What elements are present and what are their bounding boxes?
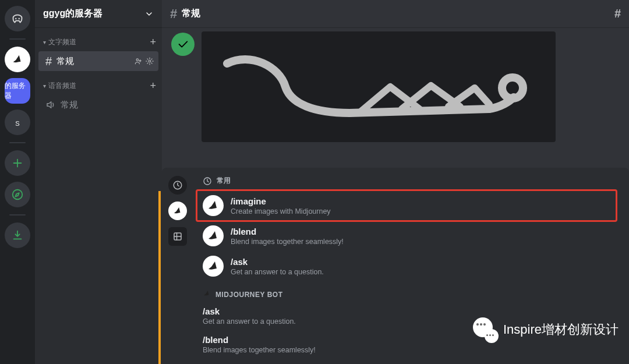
command-desc: Create images with Midjourney <box>231 207 331 215</box>
section-label-text: MIDJOURNEY BOT <box>215 291 282 299</box>
channel-title-bar: # 常规 # <box>162 0 629 28</box>
server-current[interactable]: 的服务器 <box>5 78 30 104</box>
download-button[interactable] <box>5 222 30 248</box>
add-channel-button[interactable]: + <box>150 36 156 48</box>
command-name: /blend <box>203 335 610 345</box>
command-desc: Get an answer to a question. <box>231 268 324 276</box>
command-source-rail <box>162 168 193 364</box>
server-header[interactable]: ggyg的服务器 <box>35 0 162 28</box>
reply-indicator <box>158 191 161 364</box>
section-label: 语音频道 <box>48 81 150 91</box>
section-label-text: 常用 <box>217 176 231 186</box>
clock-icon <box>172 180 183 190</box>
compass-icon <box>11 188 24 201</box>
voice-channel[interactable]: 常规 <box>38 95 158 115</box>
server-midjourney[interactable] <box>5 47 30 72</box>
svg-point-3 <box>136 59 139 61</box>
grid-icon <box>172 231 183 242</box>
add-server-button[interactable] <box>5 150 30 176</box>
main-area: # 常规 # <box>162 0 629 364</box>
generated-image <box>215 46 542 128</box>
bot-avatar-icon <box>203 289 211 299</box>
sailboat-icon <box>206 259 220 273</box>
svg-point-0 <box>15 18 16 19</box>
discord-icon <box>11 12 24 25</box>
explore-button[interactable] <box>5 182 30 207</box>
command-desc: Blend images together seamlessly! <box>231 238 344 246</box>
rail-separator <box>9 142 26 143</box>
plus-icon <box>11 157 24 169</box>
sailboat-icon <box>203 289 211 298</box>
bot-avatar-icon <box>203 256 224 277</box>
voice-channels-header[interactable]: ▾ 语音频道 + <box>35 72 162 94</box>
check-icon <box>176 38 189 51</box>
recent-section-label: 常用 <box>203 176 616 186</box>
command-desc: Get an answer to a question. <box>203 317 610 326</box>
command-popup: 常用 /imagine Create images with Midjourne… <box>162 168 629 364</box>
hash-icon: # <box>45 55 52 68</box>
bot-section-label: MIDJOURNEY BOT <box>203 289 616 299</box>
source-midjourney[interactable] <box>168 202 187 220</box>
hash-icon: # <box>170 6 177 22</box>
speaker-icon <box>45 100 56 110</box>
sailboat-icon <box>206 199 220 213</box>
thread-icon[interactable]: # <box>614 7 621 20</box>
svg-point-4 <box>149 60 151 62</box>
command-name: /ask <box>231 257 324 267</box>
invite-icon[interactable] <box>134 57 142 65</box>
download-icon <box>11 229 24 242</box>
command-name: /ask <box>203 306 610 316</box>
command-ask[interactable]: /ask Get an answer to a question. <box>197 251 616 281</box>
clock-icon <box>203 176 212 186</box>
channel-name: 常规 <box>61 100 154 111</box>
command-fast[interactable]: /fast Switch to fast mode <box>197 360 616 364</box>
rail-separator <box>9 38 26 40</box>
source-recent[interactable] <box>168 176 187 195</box>
chat-body: 常用 /imagine Create images with Midjourne… <box>162 28 629 364</box>
server-s[interactable]: s <box>5 109 30 135</box>
sailboat-icon <box>172 206 183 216</box>
app-root: 的服务器 s ggyg的服务器 ▾ 文字频道 + # 常规 <box>0 0 629 364</box>
settings-icon[interactable] <box>146 57 154 65</box>
image-attachment[interactable] <box>202 31 556 142</box>
bot-avatar-icon <box>203 225 224 246</box>
add-channel-button[interactable]: + <box>150 80 156 92</box>
channel-sidebar: ggyg的服务器 ▾ 文字频道 + # 常规 ▾ 语音频道 + 常规 <box>35 0 162 364</box>
channel-name: 常规 <box>56 56 134 67</box>
caret-icon: ▾ <box>43 83 46 89</box>
home-button[interactable] <box>5 6 30 31</box>
message-avatar[interactable] <box>171 33 195 56</box>
caret-icon: ▾ <box>43 39 46 45</box>
bot-avatar-icon <box>203 195 224 216</box>
server-rail: 的服务器 s <box>0 0 35 364</box>
svg-point-2 <box>13 190 23 200</box>
command-blend[interactable]: /blend Blend images together seamlessly! <box>197 221 616 251</box>
text-channels-header[interactable]: ▾ 文字频道 + <box>35 28 162 51</box>
svg-point-1 <box>19 18 20 19</box>
section-label: 文字频道 <box>48 37 150 47</box>
command-ask[interactable]: /ask Get an answer to a question. <box>197 303 616 331</box>
command-name: /imagine <box>231 196 331 206</box>
sailboat-icon <box>206 229 220 243</box>
command-name: /blend <box>231 227 344 236</box>
sailboat-icon <box>11 53 24 66</box>
server-name: ggyg的服务器 <box>43 8 144 20</box>
channel-title: 常规 <box>182 8 614 20</box>
source-builtin[interactable] <box>168 227 187 246</box>
command-blend[interactable]: /blend Blend images together seamlessly! <box>197 331 616 360</box>
command-list: 常用 /imagine Create images with Midjourne… <box>193 168 629 364</box>
command-imagine[interactable]: /imagine Create images with Midjourney <box>197 190 616 221</box>
text-channel[interactable]: # 常规 <box>38 51 158 71</box>
command-desc: Blend images together seamlessly! <box>203 346 610 354</box>
chevron-down-icon <box>144 9 154 19</box>
rail-separator <box>9 214 26 215</box>
